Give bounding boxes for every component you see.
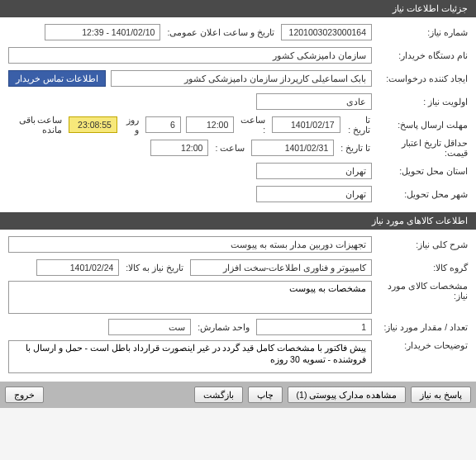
- time-label-1: ساعت :: [239, 115, 267, 135]
- price-date-field: 1401/02/31: [251, 140, 334, 156]
- buyer-name-label: نام دستگاه خریدار:: [377, 50, 468, 60]
- item-date-field: 1401/02/24: [36, 259, 119, 276]
- response-countdown-field: 23:08:55: [69, 116, 117, 133]
- until-date-label-2: تا تاریخ :: [339, 143, 372, 153]
- buyer-notes-field: [8, 340, 372, 373]
- buyer-contact-button[interactable]: اطلاعات تماس خریدار: [8, 70, 106, 87]
- qty-label: تعداد / مقدار مورد نیاز:: [377, 322, 468, 332]
- item-group-field: کامپیوتر و فناوری اطلاعات-سخت افزار: [190, 259, 372, 276]
- buyer-name-field: سازمان دامپزشکی کشور: [8, 47, 372, 64]
- item-specs-label: مشخصات کالای مورد نیاز:: [377, 281, 468, 301]
- items-info-header: اطلاعات کالاهای مورد نیاز: [0, 212, 476, 230]
- public-date-field: 1401/02/10 - 12:39: [45, 24, 160, 40]
- item-specs-field: [8, 281, 372, 314]
- attachments-button[interactable]: مشاهده مدارک پیوستی (1): [288, 386, 407, 403]
- item-group-label: گروه کالا:: [377, 263, 468, 273]
- respond-button[interactable]: پاسخ به نیاز: [411, 386, 471, 403]
- province-field: تهران: [256, 163, 372, 179]
- priority-field: عادی: [256, 93, 372, 110]
- days-and-label: روز و: [122, 115, 140, 135]
- buyer-notes-label: توضیحات خریدار:: [377, 340, 468, 350]
- back-button[interactable]: بازگشت: [194, 386, 243, 403]
- priority-label: اولویت نیاز :: [377, 97, 468, 107]
- need-summary-field: تجهیزات دوربین مدار بسته به پیوست: [8, 236, 372, 253]
- request-creator-label: ایجاد کننده درخواست:: [377, 74, 468, 83]
- need-details-form: شماره نیاز: 1201003023000164 تاریخ و ساع…: [0, 17, 476, 212]
- response-time-field: 12:00: [186, 116, 235, 133]
- need-details-header: جزئیات اطلاعات نیاز: [0, 0, 476, 17]
- bottom-toolbar: پاسخ به نیاز مشاهده مدارک پیوستی (1) چاپ…: [0, 382, 476, 408]
- price-validity-label: حداقل تاریخ اعتبار قیمت:: [377, 138, 468, 158]
- need-summary-label: شرح کلی نیاز:: [377, 239, 468, 249]
- item-date-label: تاریخ نیاز به کالا:: [124, 263, 185, 273]
- until-date-label-1: تا تاریخ :: [345, 115, 372, 135]
- unit-label: واحد شمارش:: [196, 322, 251, 332]
- response-date-field: 1401/02/17: [272, 116, 340, 133]
- need-number-field: 1201003023000164: [281, 24, 372, 40]
- items-info-form: شرح کلی نیاز: تجهیزات دوربین مدار بسته ب…: [0, 230, 476, 382]
- print-button[interactable]: چاپ: [248, 386, 283, 403]
- response-days-field: 6: [145, 116, 181, 133]
- public-date-label: تاریخ و ساعت اعلان عمومی:: [165, 27, 276, 37]
- response-deadline-label: مهلت ارسال پاسخ:: [377, 120, 468, 130]
- time-label-2: ساعت :: [213, 143, 246, 153]
- request-creator-field: بابک اسماعیلی کارپرداز سازمان دامپزشکی ک…: [111, 70, 372, 87]
- need-number-label: شماره نیاز:: [377, 27, 468, 37]
- exit-button[interactable]: خروج: [5, 386, 44, 403]
- city-field: تهران: [256, 186, 372, 202]
- city-label: شهر محل تحویل:: [377, 189, 468, 199]
- price-time-field: 12:00: [150, 140, 208, 156]
- qty-field: 1: [256, 319, 372, 335]
- unit-field: ست: [108, 319, 191, 335]
- hours-left-label: ساعت باقی مانده: [8, 115, 64, 135]
- province-label: استان محل تحویل:: [377, 166, 468, 176]
